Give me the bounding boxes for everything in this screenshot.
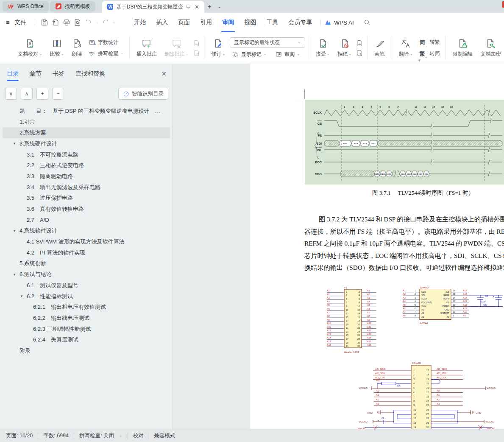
- toc-item[interactable]: 6.2.2 输出线电压测试: [3, 313, 170, 324]
- sidebar-tab-查找和替换[interactable]: 查找和替换: [75, 70, 105, 78]
- word-count-indicator[interactable]: 字数: 6994: [43, 432, 69, 439]
- ribbon-group-divider: [129, 36, 130, 60]
- toc-item[interactable]: 1.引言: [3, 117, 170, 128]
- simplified-to-traditional-button[interactable]: 简 转繁: [417, 38, 442, 47]
- hamburger-menu-icon[interactable]: ≡: [6, 19, 9, 26]
- wps-ai-button[interactable]: WPS AI: [324, 19, 354, 26]
- restrict-editing-button[interactable]: 限制编辑: [449, 37, 476, 59]
- menu-item-会员专享[interactable]: 会员专享: [286, 17, 315, 28]
- toc-item[interactable]: 3.6 真有效值转换电路: [3, 204, 170, 215]
- toc-toggle-icon[interactable]: ▼: [13, 142, 19, 145]
- svg-text:A7: A7: [367, 311, 370, 314]
- page-indicator[interactable]: 页面: 10/20: [6, 432, 33, 439]
- next-change-icon[interactable]: [356, 49, 364, 57]
- tab-docer-templates[interactable]: 找稻壳模板: [50, 1, 95, 11]
- tab-document-active[interactable]: W 基于DSP的三相变频变幅逆变电 🗨 ✕: [102, 1, 204, 13]
- toc-item[interactable]: 3.5 过压保护电路: [3, 193, 170, 204]
- sidebar-close-icon[interactable]: ✕: [161, 70, 167, 78]
- document-area[interactable]: SCLKCSFSSDIINTEOCSDO12345671213141516ID1…: [173, 64, 504, 429]
- spell-check-button[interactable]: ABC 拼写检查⌄: [86, 49, 126, 58]
- toc-item[interactable]: 3.1 不可控整流电路: [3, 149, 170, 160]
- toc-item[interactable]: 5.系统创新: [3, 258, 170, 269]
- toc-item[interactable]: 2.系统方案: [3, 127, 170, 138]
- toc-item[interactable]: ▼6.2 性能指标测试: [3, 291, 170, 302]
- tab-list-button[interactable]: ⌄: [214, 1, 225, 11]
- next-comment-icon[interactable]: [193, 49, 200, 57]
- compare-button[interactable]: ⇄ 比较⌄: [47, 37, 68, 59]
- toc-item[interactable]: ▼3.系统硬件设计: [3, 138, 170, 149]
- toc-item[interactable]: 6.1 测试仪器及型号: [3, 280, 170, 291]
- print-icon[interactable]: [62, 18, 71, 27]
- tab-close-icon[interactable]: ✕: [195, 4, 199, 10]
- menu-item-视图[interactable]: 视图: [242, 17, 259, 28]
- toc-item[interactable]: ▼4.系统软件设计: [3, 226, 170, 237]
- sidebar-tab-书签[interactable]: 书签: [53, 70, 64, 78]
- menu-item-开始[interactable]: 开始: [131, 17, 148, 28]
- toc-zoom-in-button[interactable]: ＋: [36, 88, 48, 100]
- toc-item[interactable]: ▼6.测试与结论: [3, 269, 170, 280]
- menu-item-审阅[interactable]: 审阅: [220, 17, 237, 28]
- toc-expand-button[interactable]: ∨: [5, 88, 17, 100]
- save-icon[interactable]: [40, 18, 49, 27]
- toc-item[interactable]: 3.3 隔离驱动电路: [3, 171, 170, 182]
- toc-item[interactable]: 6.2.3 三相调幅性能测试: [3, 324, 170, 335]
- brush-button[interactable]: 画笔: [371, 37, 388, 59]
- toc-item[interactable]: 2.2 三相桥式逆变电路: [3, 160, 170, 171]
- smart-toc-button[interactable]: 智能识别目录: [118, 88, 168, 100]
- toc-item[interactable]: 4.2 PI 算法的软件实现: [3, 247, 170, 258]
- menu-item-页面[interactable]: 页面: [175, 17, 192, 28]
- tab-wps-office[interactable]: W WPS Office: [3, 1, 49, 11]
- document-page[interactable]: SCLKCSFSSDIINTEOCSDO12345671213141516ID1…: [250, 64, 504, 429]
- doc-proofing-button[interactable]: a 文档校对⌄: [14, 37, 46, 59]
- review-pane-button[interactable]: 审阅⌄: [273, 50, 302, 59]
- toc-item[interactable]: 3.4 输出无源滤波及采样电路: [3, 182, 170, 193]
- accept-button[interactable]: 接受⌄: [312, 37, 334, 59]
- toc-zoom-out-button[interactable]: －: [52, 88, 64, 100]
- redo-icon[interactable]: [101, 18, 110, 27]
- spell-check-status[interactable]: 拼写检查: 关闭: [79, 432, 114, 439]
- undo-icon[interactable]: [84, 18, 93, 27]
- translate-button[interactable]: 翻译⌄: [395, 37, 417, 59]
- toc-toggle-icon[interactable]: ▼: [13, 273, 19, 277]
- toc-item[interactable]: 6.2.1 输出相电压有效值测试: [3, 302, 170, 313]
- menu-item-工具[interactable]: 工具: [264, 17, 281, 28]
- reject-button[interactable]: 拒绝⌄: [334, 37, 355, 59]
- toc-item[interactable]: 2.7 A/D: [3, 215, 170, 226]
- toc-item[interactable]: 6.2.4 失真度测试: [3, 334, 170, 345]
- encrypt-document-button[interactable]: 文档加密: [477, 37, 504, 59]
- svg-text:+: +: [493, 295, 494, 297]
- previous-comment-icon[interactable]: [193, 39, 200, 47]
- svg-text:A4: A4: [327, 300, 330, 303]
- toc-item[interactable]: 题 目： 基于 DSP 的三相变频变幅逆变电源设计...: [3, 106, 170, 117]
- previous-change-icon[interactable]: [356, 39, 364, 47]
- toc-toggle-icon[interactable]: ▼: [13, 229, 19, 233]
- toc-item[interactable]: 4.1 SVPWM 波形的实现方法及软件算法: [3, 236, 170, 247]
- menu-item-引用[interactable]: 引用: [198, 17, 214, 28]
- print-preview-icon[interactable]: [73, 18, 82, 27]
- toc-item-label: 6.2.4 失真度测试: [33, 336, 78, 344]
- quick-access-dropdown-icon[interactable]: ⌄: [112, 21, 116, 24]
- export-icon[interactable]: [51, 18, 60, 27]
- insert-comment-button[interactable]: 插入批注: [133, 37, 160, 59]
- show-markup-button[interactable]: 显示标记⌄: [230, 50, 269, 59]
- tab-comment-bubble-icon[interactable]: 🗨: [186, 4, 191, 10]
- menu-item-插入[interactable]: 插入: [153, 17, 170, 28]
- undo-dropdown-icon[interactable]: ⌄: [95, 21, 99, 24]
- toc-item-more-icon[interactable]: ...: [155, 108, 170, 114]
- toc-collapse-button[interactable]: ∧: [21, 88, 33, 100]
- file-menu[interactable]: 文件: [12, 17, 29, 28]
- toc-item[interactable]: 附录: [3, 345, 170, 356]
- search-icon[interactable]: [363, 19, 371, 26]
- sidebar-tab-章节[interactable]: 章节: [30, 70, 42, 78]
- spell-check-dropdown-icon[interactable]: ⌄: [119, 434, 123, 437]
- track-changes-button[interactable]: 修订⌄: [208, 37, 229, 59]
- sidebar-tab-目录[interactable]: 目录: [7, 70, 19, 78]
- new-tab-button[interactable]: ＋: [204, 1, 214, 11]
- read-aloud-button[interactable]: 朗读: [68, 37, 86, 59]
- delete-comment-button[interactable]: 删除批注⌄: [161, 37, 192, 59]
- markup-state-select[interactable]: 显示标记的最终状态⌄: [230, 37, 305, 48]
- word-count-button[interactable]: 12+ 字数统计: [86, 38, 126, 47]
- proofing-status[interactable]: 校对: [133, 432, 144, 439]
- toc-toggle-icon[interactable]: ▼: [20, 294, 27, 298]
- traditional-to-simplified-button[interactable]: 繁 转简: [417, 49, 442, 59]
